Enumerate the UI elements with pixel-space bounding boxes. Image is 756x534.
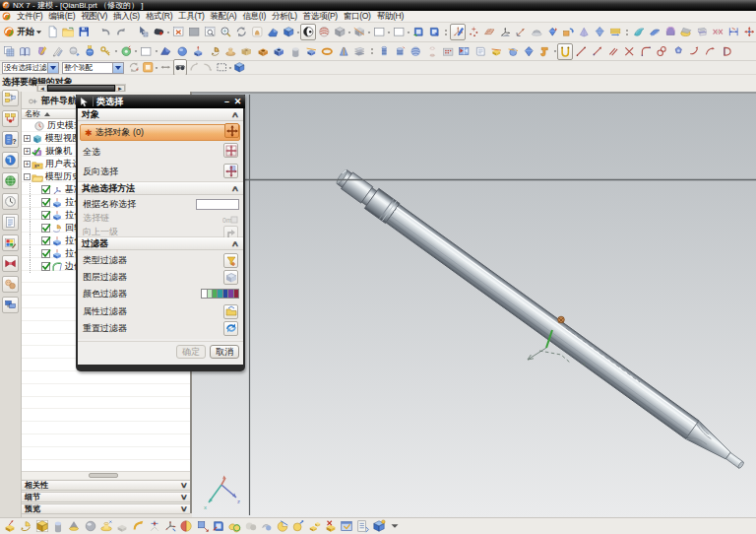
background-button[interactable] <box>371 24 387 40</box>
sphere-prim-button[interactable] <box>174 43 190 60</box>
cylinder-button[interactable] <box>287 43 303 60</box>
dialog-title-bar[interactable]: 类选择 – ✕ <box>76 95 245 108</box>
menu-a[interactable]: 装配(A) <box>208 10 240 24</box>
show-hide-button[interactable] <box>66 43 82 60</box>
face-analysis-button[interactable] <box>316 24 332 40</box>
undo-button[interactable] <box>97 24 113 40</box>
fillet-surface-button[interactable] <box>662 24 678 40</box>
draft-button[interactable] <box>336 43 351 60</box>
sketch-task-button[interactable] <box>450 24 466 40</box>
trim-op-button[interactable] <box>275 518 290 534</box>
selection-filter-combo[interactable]: 没有选择过滤器 <box>2 62 59 74</box>
point-button[interactable] <box>466 24 481 40</box>
ellipse-button[interactable] <box>719 43 734 60</box>
datum-plane-button[interactable] <box>481 24 497 40</box>
datum-op-button[interactable] <box>195 518 211 534</box>
booklet-button[interactable] <box>472 43 488 60</box>
arc-button[interactable] <box>590 43 605 60</box>
sphere-op-button[interactable] <box>82 518 97 534</box>
thread2-button[interactable] <box>392 43 408 60</box>
menu-l[interactable]: 分析(L) <box>269 10 300 24</box>
layer-category-button[interactable] <box>17 43 32 60</box>
synchronous-button[interactable] <box>560 24 576 40</box>
invert-selection-button[interactable] <box>223 164 238 178</box>
scale-op-button[interactable] <box>290 518 306 534</box>
extend-curve-button[interactable] <box>702 43 718 60</box>
rotate-view-button[interactable] <box>233 24 249 40</box>
subtract-op-button[interactable] <box>242 518 258 534</box>
constraint-navigator-tab[interactable] <box>2 110 19 127</box>
prev-selection-button[interactable] <box>187 59 201 76</box>
tree-checkbox[interactable] <box>41 185 50 194</box>
menu-h[interactable]: 帮助(H) <box>374 10 407 24</box>
gray-swatch-button[interactable] <box>186 24 202 40</box>
fit-view-button[interactable] <box>202 24 218 40</box>
revolve-op-button[interactable] <box>18 518 33 534</box>
highlight-toggle-button[interactable] <box>173 59 187 76</box>
scroll-thumb[interactable] <box>47 85 115 92</box>
ok-button[interactable]: 确定 <box>176 345 206 359</box>
collapse-chevron-icon[interactable]: ∧ <box>231 110 240 119</box>
pan-button[interactable] <box>249 24 265 40</box>
roles-tab[interactable] <box>2 234 19 251</box>
dialog-close-button[interactable]: ✕ <box>232 95 243 108</box>
rendering-style-button[interactable] <box>300 24 316 40</box>
sphere-tool-button[interactable] <box>529 24 544 40</box>
mirror-button[interactable] <box>457 43 472 60</box>
extrude-op-button[interactable] <box>2 518 18 534</box>
shell-button[interactable] <box>351 43 367 60</box>
unite-op-button[interactable] <box>226 518 242 534</box>
materials-tab[interactable] <box>2 214 19 231</box>
emboss-button[interactable] <box>521 43 536 60</box>
windows-tab[interactable] <box>2 297 19 313</box>
dimension-button[interactable] <box>725 24 741 40</box>
select-objects-button[interactable] <box>224 123 239 138</box>
menu-t[interactable]: 工具(T) <box>175 10 207 24</box>
tree-checkbox[interactable] <box>41 249 50 258</box>
datum-csys-button[interactable] <box>497 24 513 40</box>
thread-button[interactable] <box>376 43 392 60</box>
tree-expand-icon[interactable]: - <box>24 173 31 180</box>
new-file-button[interactable] <box>44 24 60 40</box>
unhide-button[interactable] <box>97 43 113 60</box>
select-all-button[interactable] <box>223 143 238 158</box>
navigator-section-3[interactable]: 预览∨ <box>22 503 190 514</box>
filter-row-2[interactable]: 图层过滤器 <box>78 269 243 286</box>
move-object-button[interactable] <box>741 24 756 40</box>
extract-op-button[interactable] <box>211 518 226 534</box>
filter-row-1[interactable]: 类型过滤器 <box>78 252 243 269</box>
invert-selection-row[interactable]: 反向选择 <box>78 162 243 181</box>
pull-face-button[interactable] <box>576 24 592 40</box>
color-filter-strip[interactable] <box>201 289 239 299</box>
start-button[interactable]: 开始 <box>15 26 44 38</box>
navigator-section-2[interactable]: 细节∨ <box>22 492 190 502</box>
boss-button[interactable] <box>222 43 238 60</box>
thicken-button[interactable] <box>694 24 710 40</box>
split-body-button[interactable] <box>505 43 521 60</box>
instance-button[interactable] <box>440 43 456 60</box>
dialog-minimize-button[interactable]: – <box>221 95 232 108</box>
select-all-row[interactable]: 全选 <box>78 143 243 162</box>
touch-tab[interactable] <box>2 276 19 293</box>
history-tab[interactable] <box>2 193 19 210</box>
block-op-button[interactable] <box>34 518 50 534</box>
halfmoon-op-button[interactable] <box>178 518 194 534</box>
selection-scope-combo[interactable]: 整个装配 <box>62 62 124 74</box>
menu-r[interactable]: 格式(R) <box>143 10 175 24</box>
save-button[interactable] <box>76 24 92 40</box>
filter-row-3[interactable]: 颜色过滤器 <box>78 286 243 302</box>
assembly-navigator-tab[interactable] <box>2 90 19 106</box>
filters-section-header[interactable]: 过滤器 ∧ <box>78 237 243 250</box>
tree-expand-icon[interactable]: + <box>24 161 31 167</box>
graphics-viewport[interactable]: z x z <box>192 92 756 517</box>
redo-button[interactable] <box>113 24 129 40</box>
menu-f[interactable]: 文件(F) <box>14 10 45 24</box>
name-filter-input[interactable] <box>196 199 239 210</box>
pad-button[interactable] <box>255 43 271 60</box>
select-objects-row[interactable]: ✱ 选择对象 (0) <box>80 124 240 141</box>
line-button[interactable] <box>573 43 589 60</box>
filter-button[interactable] <box>223 304 238 319</box>
menu-v[interactable]: 视图(V) <box>78 10 110 24</box>
scroll-thumb[interactable] <box>89 473 118 478</box>
csys-op-button[interactable] <box>162 518 178 534</box>
